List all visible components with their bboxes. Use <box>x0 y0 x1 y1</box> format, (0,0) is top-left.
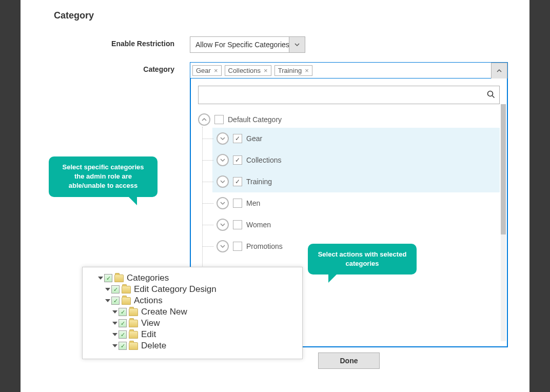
perm-view[interactable]: View <box>113 318 293 329</box>
perm-categories[interactable]: Categories <box>99 272 293 284</box>
folder-icon <box>114 275 124 282</box>
permissions-panel: Categories Edit Category Design Actions … <box>82 267 303 359</box>
tree-item-men[interactable]: Men <box>212 192 500 214</box>
search-input[interactable] <box>203 90 487 100</box>
tag-collections: Collections× <box>225 65 271 76</box>
tree-item-gear[interactable]: Gear <box>212 128 500 149</box>
svg-line-1 <box>493 95 495 97</box>
folder-icon <box>129 320 138 327</box>
chevron-down-icon[interactable] <box>289 37 305 52</box>
checkbox-checked[interactable] <box>104 274 112 282</box>
checkbox[interactable] <box>233 199 242 208</box>
folder-icon <box>122 286 131 293</box>
close-icon[interactable]: × <box>264 67 268 74</box>
search-icon[interactable] <box>487 90 495 100</box>
expand-icon[interactable] <box>217 154 229 166</box>
caret-icon <box>112 333 117 336</box>
row-enable-restriction: Enable Restriction Allow For Specific Ca… <box>41 36 509 53</box>
checkbox-checked[interactable] <box>233 134 242 143</box>
folder-icon <box>129 342 138 350</box>
perm-edit[interactable]: Edit <box>113 329 293 340</box>
checkbox-checked[interactable] <box>119 308 127 316</box>
checkbox-checked[interactable] <box>111 285 120 293</box>
perm-actions[interactable]: Actions <box>106 295 293 306</box>
caret-icon <box>98 277 103 280</box>
checkbox-checked[interactable] <box>111 297 120 305</box>
expand-icon[interactable] <box>217 197 229 209</box>
caret-icon <box>105 288 110 291</box>
expand-icon[interactable] <box>217 240 229 252</box>
perm-delete[interactable]: Delete <box>113 340 293 351</box>
tags-box[interactable]: Gear× Collections× Training× <box>190 62 508 79</box>
done-button[interactable]: Done <box>318 352 380 369</box>
tree-item-women[interactable]: Women <box>212 214 500 236</box>
field-enable-restriction: Allow For Specific Categories <box>190 36 509 53</box>
expand-icon[interactable] <box>217 132 229 145</box>
scrollbar[interactable] <box>501 104 506 341</box>
collapse-icon[interactable] <box>198 113 210 126</box>
caret-icon <box>105 299 110 302</box>
select-enable-restriction[interactable]: Allow For Specific Categories <box>190 36 305 53</box>
folder-icon <box>129 308 138 316</box>
tree-item-collections[interactable]: Collections <box>212 149 500 171</box>
caret-icon <box>112 322 117 325</box>
caret-icon <box>112 344 117 347</box>
checkbox[interactable] <box>233 220 242 229</box>
checkbox-checked[interactable] <box>233 177 242 186</box>
folder-icon <box>122 297 131 305</box>
perm-edit-category-design[interactable]: Edit Category Design <box>106 284 293 295</box>
select-enable-restriction-value: Allow For Specific Categories <box>195 41 289 49</box>
checkbox-checked[interactable] <box>119 319 127 327</box>
checkbox-checked[interactable] <box>119 342 127 350</box>
tag-training: Training× <box>274 65 312 76</box>
checkbox[interactable] <box>214 115 224 124</box>
perm-create-new[interactable]: Create New <box>113 306 293 318</box>
label-enable-restriction: Enable Restriction <box>41 36 190 48</box>
callout-select-actions: Select actions with selected categories <box>308 244 417 275</box>
close-icon[interactable]: × <box>305 67 309 74</box>
tree-root[interactable]: Default Category <box>198 111 500 128</box>
tree-root-label: Default Category <box>228 115 282 124</box>
caret-icon <box>112 310 117 313</box>
chevron-up-icon[interactable] <box>491 63 507 79</box>
page: Category Enable Restriction Allow For Sp… <box>21 0 529 392</box>
folder-icon <box>129 331 138 339</box>
checkbox[interactable] <box>233 242 242 251</box>
svg-point-0 <box>488 91 493 96</box>
expand-icon[interactable] <box>217 175 229 188</box>
checkbox-checked[interactable] <box>233 155 242 165</box>
callout-select-categories: Select specific categories the admin rol… <box>49 156 158 197</box>
label-category: Category <box>41 62 190 73</box>
close-icon[interactable]: × <box>214 67 218 74</box>
search-input-wrapper <box>198 86 500 104</box>
tag-gear: Gear× <box>192 65 222 76</box>
tree-item-training[interactable]: Training <box>212 171 500 192</box>
expand-icon[interactable] <box>217 219 229 231</box>
checkbox-checked[interactable] <box>119 330 127 339</box>
page-title: Category <box>41 10 509 21</box>
